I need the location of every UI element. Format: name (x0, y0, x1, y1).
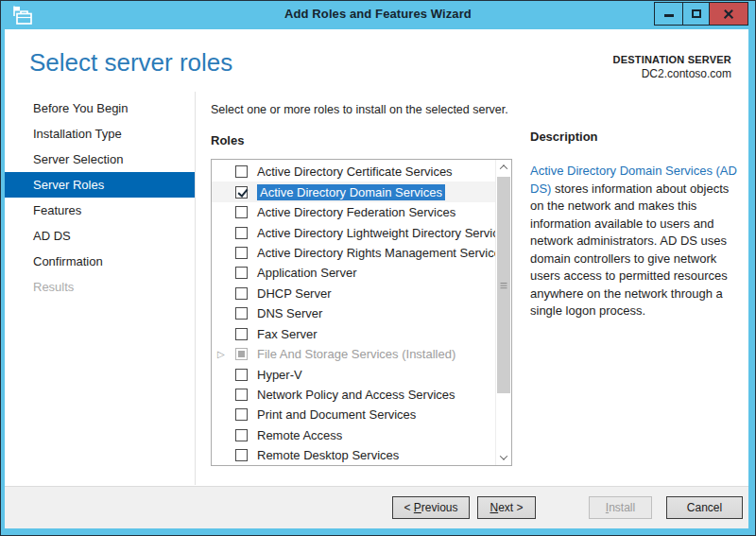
checkbox-checked[interactable] (235, 186, 248, 199)
role-label: Print and Document Services (257, 407, 416, 422)
role-label: Hyper-V (257, 368, 302, 382)
role-label: DNS Server (257, 306, 322, 320)
role-row-ad-lightweight-directory-services[interactable]: Active Directory Lightweight Directory S… (212, 222, 495, 242)
role-label: Application Server (257, 266, 357, 280)
roles-list-label: Roles (211, 133, 244, 147)
checkbox[interactable] (235, 165, 248, 178)
wizard-content: Select server roles DESTINATION SERVER D… (5, 29, 748, 528)
sidebar-separator (195, 92, 196, 485)
role-row-ad-domain-services[interactable]: Active Directory Domain Services (212, 182, 495, 201)
button-text: Cancel (687, 501, 722, 514)
checkbox[interactable] (235, 227, 248, 239)
checkbox[interactable] (235, 369, 248, 381)
wizard-window: Add Roles and Features Wizard Select ser… (0, 0, 756, 536)
checkbox[interactable] (235, 267, 248, 279)
role-row-remote-desktop-services[interactable]: Remote Desktop Services (212, 445, 495, 465)
checkbox-indeterminate[interactable] (235, 348, 248, 360)
install-button: Install (589, 496, 652, 519)
role-label: Remote Access (257, 428, 342, 442)
scrollbar-grip-icon (501, 283, 507, 284)
sidebar-item-server-selection[interactable]: Server Selection (5, 147, 195, 172)
role-row-dhcp-server[interactable]: DHCP Server (212, 284, 495, 303)
role-row-application-server[interactable]: Application Server (212, 263, 495, 283)
role-row-ad-certificate-services[interactable]: Active Directory Certificate Services (212, 162, 495, 182)
cancel-button[interactable]: Cancel (666, 496, 743, 519)
checkbox[interactable] (235, 287, 248, 300)
destination-server-value: DC2.contoso.com (613, 67, 731, 80)
checkbox[interactable] (235, 328, 248, 340)
role-row-remote-access[interactable]: Remote Access (212, 425, 495, 445)
close-icon (722, 8, 735, 21)
checkbox[interactable] (235, 389, 248, 401)
roles-listbox: Active Directory Certificate Services Ac… (211, 159, 512, 466)
role-row-dns-server[interactable]: DNS Server (212, 303, 495, 323)
minimize-icon (664, 14, 674, 17)
role-label: Fax Server (257, 327, 318, 341)
scrollbar-thumb[interactable] (497, 177, 510, 393)
checkbox[interactable] (235, 408, 248, 421)
checkbox[interactable] (235, 449, 248, 461)
button-text: nstall (609, 501, 635, 514)
button-accel: P (414, 501, 421, 514)
description-body: Active Directory Domain Services (AD DS)… (530, 163, 746, 320)
chevron-up-icon (500, 164, 507, 172)
checkbox[interactable] (235, 429, 248, 441)
sidebar-item-server-roles[interactable]: Server Roles (5, 172, 195, 198)
button-accel: N (490, 501, 498, 514)
description-panel: Description Active Directory Domain Serv… (530, 130, 746, 320)
role-label: Active Directory Domain Services (257, 184, 445, 200)
chevron-down-icon (500, 452, 507, 459)
close-button[interactable] (709, 2, 748, 26)
checkbox[interactable] (235, 307, 248, 320)
role-label: Network Policy and Access Services (257, 388, 455, 402)
role-label: Active Directory Federation Services (257, 205, 455, 219)
role-label: Active Directory Lightweight Directory S… (257, 226, 495, 240)
window-title: Add Roles and Features Wizard (1, 7, 755, 21)
sidebar-item-results: Results (5, 274, 195, 300)
titlebar: Add Roles and Features Wizard (1, 1, 755, 29)
role-label: File And Storage Services (Installed) (257, 347, 455, 361)
checkbox[interactable] (235, 206, 248, 218)
role-row-network-policy-and-access-services[interactable]: Network Policy and Access Services (212, 385, 495, 405)
instruction-text: Select one or more roles to install on t… (211, 103, 508, 116)
wizard-footer: < Previous Next > Install Cancel (5, 486, 748, 528)
role-label: Remote Desktop Services (257, 448, 399, 462)
destination-server-label: DESTINATION SERVER (613, 54, 731, 65)
description-heading: Description (530, 130, 746, 144)
window-controls (655, 2, 748, 26)
description-text: stores information about objects on the … (530, 182, 729, 319)
sidebar-item-features[interactable]: Features (5, 198, 195, 223)
maximize-icon (692, 9, 701, 18)
sidebar-item-confirmation[interactable]: Confirmation (5, 249, 195, 274)
roles-scrollbar[interactable] (495, 160, 511, 465)
button-text: revious (421, 501, 458, 514)
scroll-down-button[interactable] (496, 450, 511, 465)
destination-block: DESTINATION SERVER DC2.contoso.com (613, 54, 731, 80)
role-label: Active Directory Rights Management Servi… (257, 246, 495, 260)
checkbox[interactable] (235, 247, 248, 259)
role-row-file-and-storage-services[interactable]: ▷ File And Storage Services (Installed) (212, 344, 495, 364)
sidebar-item-installation-type[interactable]: Installation Type (5, 121, 195, 147)
role-row-hyper-v[interactable]: Hyper-V (212, 364, 495, 384)
next-button[interactable]: Next > (477, 496, 536, 519)
maximize-button[interactable] (682, 2, 710, 26)
role-label: Active Directory Certificate Services (257, 164, 453, 179)
previous-button[interactable]: < Previous (392, 496, 470, 519)
role-label: DHCP Server (257, 286, 332, 301)
page-title: Select server roles (29, 48, 232, 78)
sidebar-item-ad-ds[interactable]: AD DS (5, 223, 195, 249)
role-row-fax-server[interactable]: Fax Server (212, 324, 495, 344)
button-text: < (404, 501, 413, 514)
button-text: ext > (498, 501, 523, 514)
wizard-steps-nav: Before You Begin Installation Type Serve… (5, 95, 195, 300)
role-row-print-and-document-services[interactable]: Print and Document Services (212, 405, 495, 424)
expander-icon[interactable]: ▷ (217, 349, 225, 358)
minimize-button[interactable] (654, 2, 683, 26)
scroll-up-button[interactable] (496, 160, 511, 175)
roles-rows: Active Directory Certificate Services Ac… (212, 160, 495, 465)
role-row-ad-federation-services[interactable]: Active Directory Federation Services (212, 202, 495, 222)
role-row-ad-rights-management-services[interactable]: Active Directory Rights Management Servi… (212, 243, 495, 263)
sidebar-item-before-you-begin[interactable]: Before You Begin (5, 95, 195, 121)
